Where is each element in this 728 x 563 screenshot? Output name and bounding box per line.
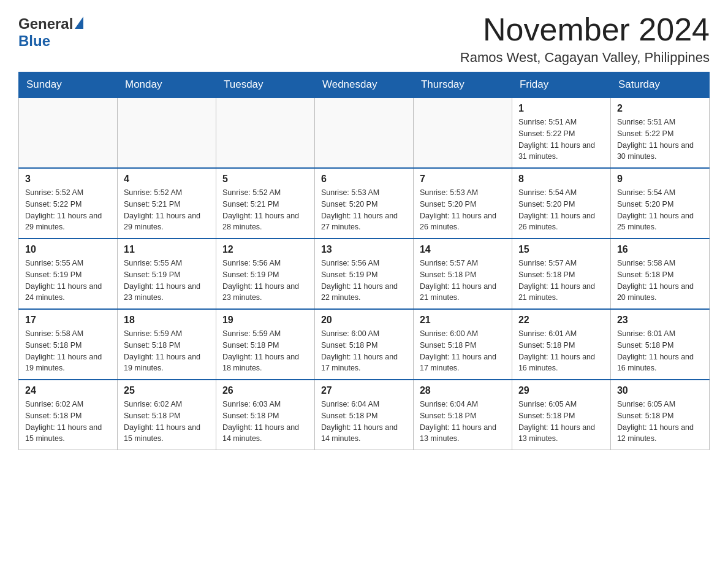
day-number: 1 <box>518 103 604 114</box>
day-number: 18 <box>124 315 210 326</box>
day-info: Sunrise: 5:59 AM Sunset: 5:18 PM Dayligh… <box>124 328 210 374</box>
calendar-cell-14: 14Sunrise: 5:57 AM Sunset: 5:18 PM Dayli… <box>413 239 512 309</box>
day-info: Sunrise: 6:04 AM Sunset: 5:18 PM Dayligh… <box>321 399 407 445</box>
day-info: Sunrise: 6:00 AM Sunset: 5:18 PM Dayligh… <box>321 328 407 374</box>
day-info: Sunrise: 5:58 AM Sunset: 5:18 PM Dayligh… <box>617 258 703 304</box>
day-info: Sunrise: 5:52 AM Sunset: 5:22 PM Dayligh… <box>25 187 111 233</box>
subtitle: Ramos West, Cagayan Valley, Philippines <box>460 50 710 66</box>
calendar-cell-empty <box>19 98 118 168</box>
calendar-day-header-friday: Friday <box>512 72 610 98</box>
day-number: 27 <box>321 385 407 396</box>
day-number: 3 <box>25 174 111 185</box>
day-number: 5 <box>222 174 308 185</box>
calendar-week-row-5: 24Sunrise: 6:02 AM Sunset: 5:18 PM Dayli… <box>19 380 710 450</box>
calendar-cell-15: 15Sunrise: 5:57 AM Sunset: 5:18 PM Dayli… <box>512 239 610 309</box>
day-info: Sunrise: 5:52 AM Sunset: 5:21 PM Dayligh… <box>124 187 210 233</box>
logo-triangle-icon <box>75 17 83 29</box>
day-number: 15 <box>518 244 604 255</box>
day-number: 17 <box>25 315 111 326</box>
day-info: Sunrise: 5:51 AM Sunset: 5:22 PM Dayligh… <box>518 117 604 163</box>
day-info: Sunrise: 6:00 AM Sunset: 5:18 PM Dayligh… <box>420 328 506 374</box>
calendar-cell-29: 29Sunrise: 6:05 AM Sunset: 5:18 PM Dayli… <box>512 380 610 450</box>
day-number: 14 <box>420 244 506 255</box>
calendar-day-header-sunday: Sunday <box>19 72 118 98</box>
calendar-week-row-1: 1Sunrise: 5:51 AM Sunset: 5:22 PM Daylig… <box>19 98 710 168</box>
calendar-table: SundayMondayTuesdayWednesdayThursdayFrid… <box>18 72 710 450</box>
day-info: Sunrise: 6:01 AM Sunset: 5:18 PM Dayligh… <box>617 328 703 374</box>
calendar-cell-empty <box>314 98 413 168</box>
day-info: Sunrise: 6:01 AM Sunset: 5:18 PM Dayligh… <box>518 328 604 374</box>
day-number: 23 <box>617 315 703 326</box>
calendar-week-row-3: 10Sunrise: 5:55 AM Sunset: 5:19 PM Dayli… <box>19 239 710 309</box>
title-section: November 2024 Ramos West, Cagayan Valley… <box>460 12 710 66</box>
day-number: 19 <box>222 315 308 326</box>
calendar-header-row: SundayMondayTuesdayWednesdayThursdayFrid… <box>19 72 710 98</box>
day-info: Sunrise: 5:54 AM Sunset: 5:20 PM Dayligh… <box>617 187 703 233</box>
calendar-cell-30: 30Sunrise: 6:05 AM Sunset: 5:18 PM Dayli… <box>610 380 709 450</box>
day-number: 13 <box>321 244 407 255</box>
calendar-cell-7: 7Sunrise: 5:53 AM Sunset: 5:20 PM Daylig… <box>413 168 512 239</box>
calendar-cell-empty <box>117 98 216 168</box>
day-number: 24 <box>25 385 111 396</box>
calendar-day-header-saturday: Saturday <box>610 72 709 98</box>
calendar-day-header-wednesday: Wednesday <box>314 72 413 98</box>
day-info: Sunrise: 5:57 AM Sunset: 5:18 PM Dayligh… <box>420 258 506 304</box>
calendar-cell-27: 27Sunrise: 6:04 AM Sunset: 5:18 PM Dayli… <box>314 380 413 450</box>
calendar-cell-2: 2Sunrise: 5:51 AM Sunset: 5:22 PM Daylig… <box>610 98 709 168</box>
day-number: 11 <box>124 244 210 255</box>
calendar-cell-4: 4Sunrise: 5:52 AM Sunset: 5:21 PM Daylig… <box>117 168 216 239</box>
day-number: 8 <box>518 174 604 185</box>
calendar-cell-6: 6Sunrise: 5:53 AM Sunset: 5:20 PM Daylig… <box>314 168 413 239</box>
day-number: 9 <box>617 174 703 185</box>
calendar-cell-12: 12Sunrise: 5:56 AM Sunset: 5:19 PM Dayli… <box>216 239 314 309</box>
day-info: Sunrise: 6:03 AM Sunset: 5:18 PM Dayligh… <box>222 399 308 445</box>
calendar-cell-11: 11Sunrise: 5:55 AM Sunset: 5:19 PM Dayli… <box>117 239 216 309</box>
day-number: 20 <box>321 315 407 326</box>
logo-general-text: General <box>18 15 83 33</box>
day-number: 10 <box>25 244 111 255</box>
calendar-cell-18: 18Sunrise: 5:59 AM Sunset: 5:18 PM Dayli… <box>117 309 216 380</box>
day-number: 22 <box>518 315 604 326</box>
day-number: 2 <box>617 103 703 114</box>
day-info: Sunrise: 6:02 AM Sunset: 5:18 PM Dayligh… <box>25 399 111 445</box>
day-info: Sunrise: 5:55 AM Sunset: 5:19 PM Dayligh… <box>124 258 210 304</box>
day-number: 26 <box>222 385 308 396</box>
calendar-cell-5: 5Sunrise: 5:52 AM Sunset: 5:21 PM Daylig… <box>216 168 314 239</box>
calendar-cell-24: 24Sunrise: 6:02 AM Sunset: 5:18 PM Dayli… <box>19 380 118 450</box>
calendar-day-header-monday: Monday <box>117 72 216 98</box>
day-info: Sunrise: 5:53 AM Sunset: 5:20 PM Dayligh… <box>420 187 506 233</box>
calendar-cell-21: 21Sunrise: 6:00 AM Sunset: 5:18 PM Dayli… <box>413 309 512 380</box>
calendar-cell-16: 16Sunrise: 5:58 AM Sunset: 5:18 PM Dayli… <box>610 239 709 309</box>
day-number: 29 <box>518 385 604 396</box>
day-number: 16 <box>617 244 703 255</box>
day-number: 21 <box>420 315 506 326</box>
day-number: 28 <box>420 385 506 396</box>
calendar-cell-20: 20Sunrise: 6:00 AM Sunset: 5:18 PM Dayli… <box>314 309 413 380</box>
calendar-cell-23: 23Sunrise: 6:01 AM Sunset: 5:18 PM Dayli… <box>610 309 709 380</box>
calendar-cell-empty <box>216 98 314 168</box>
day-info: Sunrise: 6:05 AM Sunset: 5:18 PM Dayligh… <box>617 399 703 445</box>
day-info: Sunrise: 5:59 AM Sunset: 5:18 PM Dayligh… <box>222 328 308 374</box>
day-info: Sunrise: 5:54 AM Sunset: 5:20 PM Dayligh… <box>518 187 604 233</box>
calendar-cell-1: 1Sunrise: 5:51 AM Sunset: 5:22 PM Daylig… <box>512 98 610 168</box>
calendar-cell-10: 10Sunrise: 5:55 AM Sunset: 5:19 PM Dayli… <box>19 239 118 309</box>
calendar-week-row-2: 3Sunrise: 5:52 AM Sunset: 5:22 PM Daylig… <box>19 168 710 239</box>
page-header: General Blue November 2024 Ramos West, C… <box>18 12 710 66</box>
calendar-cell-19: 19Sunrise: 5:59 AM Sunset: 5:18 PM Dayli… <box>216 309 314 380</box>
day-number: 6 <box>321 174 407 185</box>
calendar-cell-26: 26Sunrise: 6:03 AM Sunset: 5:18 PM Dayli… <box>216 380 314 450</box>
day-info: Sunrise: 6:02 AM Sunset: 5:18 PM Dayligh… <box>124 399 210 445</box>
day-info: Sunrise: 5:58 AM Sunset: 5:18 PM Dayligh… <box>25 328 111 374</box>
day-info: Sunrise: 5:55 AM Sunset: 5:19 PM Dayligh… <box>25 258 111 304</box>
day-info: Sunrise: 5:52 AM Sunset: 5:21 PM Dayligh… <box>222 187 308 233</box>
calendar-cell-9: 9Sunrise: 5:54 AM Sunset: 5:20 PM Daylig… <box>610 168 709 239</box>
day-number: 25 <box>124 385 210 396</box>
calendar-cell-3: 3Sunrise: 5:52 AM Sunset: 5:22 PM Daylig… <box>19 168 118 239</box>
calendar-day-header-tuesday: Tuesday <box>216 72 314 98</box>
calendar-cell-22: 22Sunrise: 6:01 AM Sunset: 5:18 PM Dayli… <box>512 309 610 380</box>
logo-blue-text: Blue <box>18 33 50 50</box>
day-number: 4 <box>124 174 210 185</box>
calendar-week-row-4: 17Sunrise: 5:58 AM Sunset: 5:18 PM Dayli… <box>19 309 710 380</box>
calendar-day-header-thursday: Thursday <box>413 72 512 98</box>
logo: General Blue <box>18 12 83 50</box>
